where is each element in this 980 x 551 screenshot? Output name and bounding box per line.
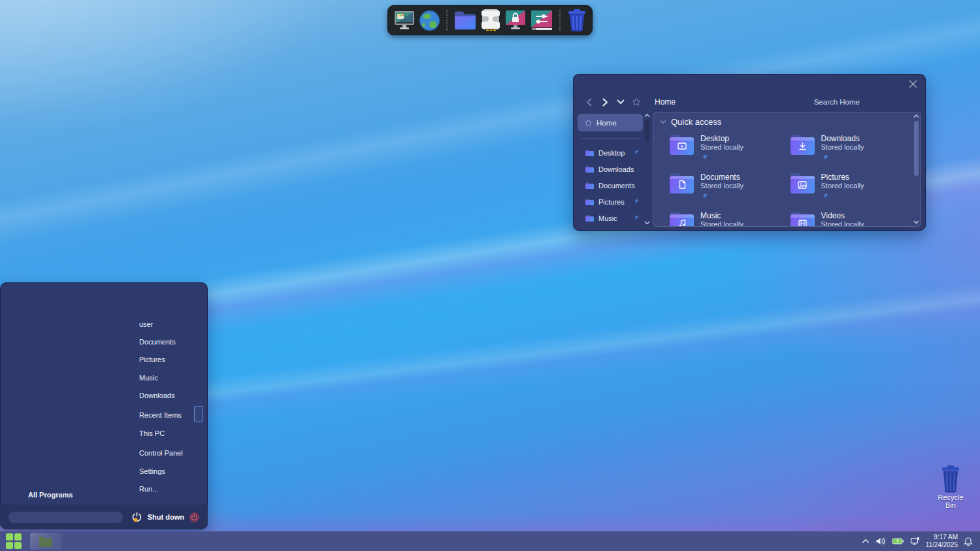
hard-drive-icon[interactable] xyxy=(480,7,501,33)
music-glyph-icon xyxy=(678,218,687,226)
start-item-user[interactable]: user xyxy=(139,320,153,328)
quick-access-header[interactable]: Quick access xyxy=(660,117,911,127)
quick-access-item-downloads[interactable]: Downloads Stored locally xyxy=(791,134,911,164)
taskbar-clock[interactable]: 9:17 AM 11/24/2025 xyxy=(926,533,958,550)
start-item-this-pc[interactable]: This PC xyxy=(139,429,165,437)
home-icon xyxy=(585,119,592,126)
item-subtitle: Stored locally xyxy=(700,182,743,190)
taskbar-file-explorer-button[interactable] xyxy=(30,533,61,550)
desktop-folder-icon xyxy=(670,135,694,155)
start-item-downloads[interactable]: Downloads xyxy=(139,392,174,399)
trash-icon[interactable] xyxy=(566,7,587,33)
scroll-up-icon[interactable] xyxy=(913,114,919,118)
sidebar-item-pictures[interactable]: Pictures xyxy=(578,193,643,210)
top-dock xyxy=(387,5,593,35)
dock-separator xyxy=(559,10,561,31)
forward-icon[interactable] xyxy=(597,95,613,109)
all-programs-button[interactable]: All Programs xyxy=(28,491,73,499)
picture-glyph-icon xyxy=(797,180,808,190)
back-icon[interactable] xyxy=(581,95,597,109)
bell-icon[interactable] xyxy=(964,537,973,546)
start-item-documents[interactable]: Documents xyxy=(139,338,176,346)
start-item-pictures[interactable]: Pictures xyxy=(139,356,165,363)
system-tray: 9:17 AM 11/24/2025 xyxy=(862,533,975,550)
videos-folder-icon xyxy=(791,212,815,226)
folder-icon[interactable] xyxy=(453,7,477,33)
folder-icon xyxy=(585,150,594,156)
scroll-down-icon[interactable] xyxy=(913,220,919,224)
item-title: Music xyxy=(700,211,743,220)
documents-folder-icon xyxy=(670,173,694,193)
monitor-glyph-icon xyxy=(677,142,687,151)
quick-access-item-videos[interactable]: Videos Stored locally xyxy=(791,211,911,226)
start-item-music[interactable]: Music xyxy=(139,374,158,382)
sidebar-item-music[interactable]: Music xyxy=(578,210,643,226)
chevron-down-icon[interactable] xyxy=(613,95,629,109)
shutdown-button[interactable]: Shut down xyxy=(148,513,184,521)
breadcrumb[interactable]: Home xyxy=(655,97,676,107)
sidebar-item-downloads[interactable]: Downloads xyxy=(578,161,643,177)
downloads-folder-icon xyxy=(791,135,815,155)
volume-icon[interactable] xyxy=(875,537,886,546)
battery-icon[interactable] xyxy=(892,537,904,545)
star-icon[interactable] xyxy=(629,95,644,109)
item-title: Pictures xyxy=(821,173,864,182)
power-off-icon[interactable] xyxy=(189,512,199,522)
pin-icon xyxy=(821,154,829,161)
recycle-bin-label: Recycle Bin xyxy=(932,493,970,509)
section-title: Quick access xyxy=(671,117,721,127)
file-explorer-window: Home Search Home Home Desktop Downloads xyxy=(573,74,926,231)
item-subtitle: Stored locally xyxy=(821,182,864,190)
sidebar-item-home[interactable]: Home xyxy=(578,114,643,131)
quick-access-item-documents[interactable]: Documents Stored locally xyxy=(670,173,791,203)
scrollbar-thumb[interactable] xyxy=(645,120,649,141)
sidebar-item-documents[interactable]: Documents xyxy=(578,177,643,193)
web-globe-icon[interactable] xyxy=(419,7,440,33)
desktop-icon[interactable] xyxy=(393,7,416,33)
explorer-sidebar: Home Desktop Downloads Documents Picture… xyxy=(578,112,643,227)
start-item-settings[interactable]: Settings xyxy=(139,467,165,475)
display-settings-icon[interactable] xyxy=(530,7,553,33)
music-folder-icon xyxy=(670,212,694,226)
sidebar-scrollbar[interactable] xyxy=(643,112,651,227)
item-title: Documents xyxy=(700,173,743,182)
start-button[interactable] xyxy=(5,533,22,550)
dock-separator xyxy=(446,10,448,31)
recent-items-submenu-box[interactable] xyxy=(194,406,203,422)
pin-icon xyxy=(632,149,640,156)
start-item-recent-items[interactable]: Recent Items xyxy=(139,411,182,419)
main-scrollbar[interactable] xyxy=(912,112,921,226)
sidebar-item-desktop[interactable]: Desktop xyxy=(578,144,643,161)
scrollbar-thumb[interactable] xyxy=(914,121,919,176)
scroll-down-icon[interactable] xyxy=(644,221,650,225)
sidebar-item-label: Desktop xyxy=(598,149,625,157)
sidebar-item-label: Downloads xyxy=(598,165,634,173)
close-icon[interactable] xyxy=(907,78,919,90)
start-item-control-panel[interactable]: Control Panel xyxy=(139,449,183,457)
sidebar-item-label: Pictures xyxy=(598,198,625,206)
chevron-up-icon[interactable] xyxy=(862,539,870,544)
quick-access-item-desktop[interactable]: Desktop Stored locally xyxy=(670,134,791,164)
start-menu-bottom-bar: Shut down xyxy=(0,505,208,529)
quick-access-item-music[interactable]: Music Stored locally xyxy=(670,211,791,226)
scroll-up-icon[interactable] xyxy=(644,114,650,118)
pin-icon xyxy=(632,198,640,205)
film-glyph-icon xyxy=(798,219,808,227)
pin-icon xyxy=(700,192,708,200)
start-item-run[interactable]: Run... xyxy=(139,485,158,493)
explorer-main-panel: Quick access Desktop Stored locally xyxy=(653,112,921,227)
lock-screen-icon[interactable] xyxy=(504,7,527,33)
recycle-bin-shortcut[interactable]: Recycle Bin xyxy=(932,465,970,509)
network-icon[interactable] xyxy=(910,537,920,546)
chevron-down-icon xyxy=(660,120,666,124)
quick-access-item-pictures[interactable]: Pictures Stored locally xyxy=(791,173,911,203)
sidebar-home-label: Home xyxy=(596,119,617,127)
start-search-input[interactable] xyxy=(8,512,123,523)
pin-icon xyxy=(632,214,640,222)
clock-time: 9:17 AM xyxy=(926,533,958,542)
search-input[interactable]: Search Home xyxy=(814,98,860,106)
sidebar-divider xyxy=(581,139,640,139)
item-subtitle: Stored locally xyxy=(821,143,864,152)
sidebar-item-label: Music xyxy=(598,214,617,222)
sidebar-item-label: Documents xyxy=(598,182,635,190)
